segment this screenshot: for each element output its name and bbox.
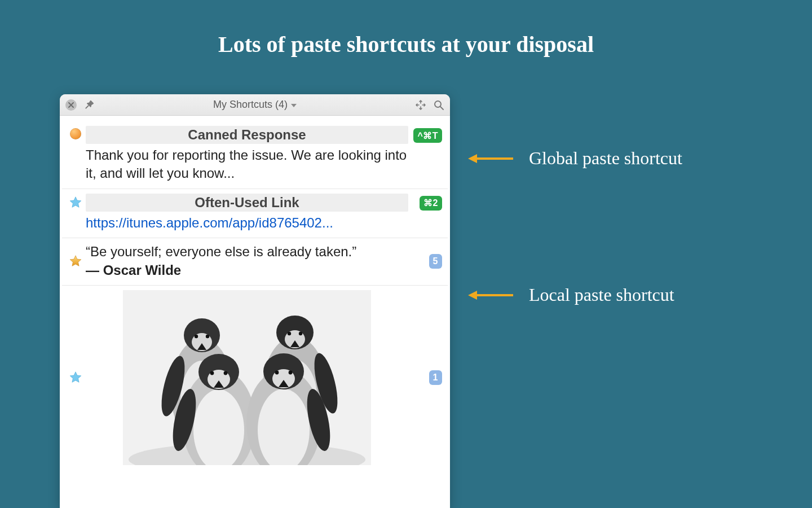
item-heading: Often-Used Link	[86, 194, 408, 212]
shortcut-badge: 5	[429, 254, 442, 269]
item-text: “Be yourself; everyone else is already t…	[86, 243, 408, 279]
thumbnail-image	[123, 290, 371, 465]
star-icon	[69, 255, 82, 268]
close-icon[interactable]	[65, 99, 77, 111]
list-item[interactable]: “Be yourself; everyone else is already t…	[62, 238, 448, 286]
item-link[interactable]: https://itunes.apple.com/app/id8765402..…	[86, 215, 333, 230]
callout-local: Local paste shortcut	[468, 284, 674, 305]
search-icon[interactable]	[433, 99, 444, 111]
svg-point-11	[195, 335, 198, 338]
list-item[interactable]: 1	[62, 286, 448, 471]
quote-text: “Be yourself; everyone else is already t…	[86, 244, 356, 259]
arrow-left-icon	[468, 288, 513, 302]
quote-author: ― Oscar Wilde	[86, 262, 181, 278]
svg-rect-0	[85, 105, 89, 109]
dot-icon	[70, 128, 81, 139]
item-heading: Canned Response	[86, 126, 408, 144]
svg-point-36	[289, 371, 293, 375]
svg-point-20	[299, 332, 302, 335]
window-titlebar: My Shortcuts (4)	[60, 94, 450, 116]
svg-point-28	[224, 371, 228, 375]
star-icon	[69, 371, 82, 384]
svg-point-19	[288, 332, 291, 335]
shortcuts-list: Canned Response Thank you for reporting …	[60, 116, 450, 508]
svg-marker-40	[468, 291, 477, 300]
pin-icon[interactable]	[83, 99, 95, 111]
hero-heading: Lots of paste shortcuts at your disposal	[0, 31, 812, 58]
callout-label: Global paste shortcut	[529, 148, 682, 169]
shortcut-badge: ⌘2	[420, 196, 442, 211]
move-icon[interactable]	[415, 99, 426, 111]
svg-point-12	[206, 335, 209, 338]
shortcuts-window: My Shortcuts (4)	[60, 94, 450, 508]
callout-global: Global paste shortcut	[468, 148, 682, 169]
shortcut-badge: ^⌘T	[413, 128, 442, 143]
callout-label: Local paste shortcut	[529, 284, 674, 305]
chevron-down-icon[interactable]	[291, 104, 297, 107]
list-item[interactable]: Canned Response Thank you for reporting …	[62, 121, 448, 189]
star-icon	[69, 196, 82, 209]
arrow-left-icon	[468, 152, 513, 165]
svg-marker-38	[468, 154, 477, 163]
svg-point-27	[210, 371, 214, 375]
svg-point-35	[275, 371, 279, 375]
item-text: Thank you for reporting the issue. We ar…	[86, 146, 408, 183]
window-title[interactable]: My Shortcuts (4)	[213, 99, 288, 111]
list-item[interactable]: Often-Used Link https://itunes.apple.com…	[62, 189, 448, 238]
shortcut-badge: 1	[429, 370, 442, 385]
